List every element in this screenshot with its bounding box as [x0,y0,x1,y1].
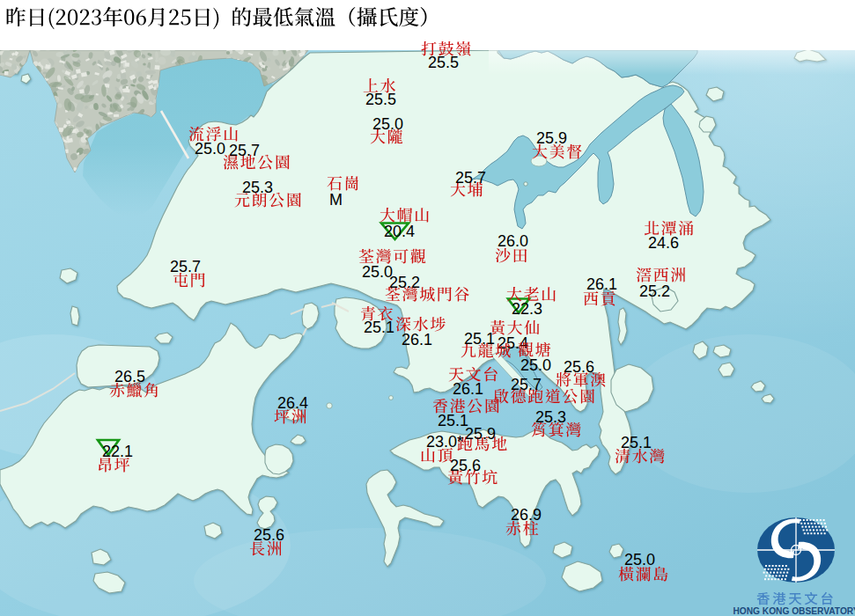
svg-text:26.1: 26.1 [453,380,483,398]
svg-text:25.7: 25.7 [170,258,201,275]
svg-text:26.1: 26.1 [402,331,432,348]
svg-text:25.5: 25.5 [365,91,396,108]
svg-text:25.6: 25.6 [254,526,284,544]
svg-text:25.7: 25.7 [511,376,542,393]
svg-text:25.1: 25.1 [464,330,495,348]
svg-text:25.7: 25.7 [455,169,486,187]
svg-text:HONG KONG OBSERVATORY: HONG KONG OBSERVATORY [733,606,855,616]
svg-text:25.6: 25.6 [450,457,481,474]
svg-text:25.9: 25.9 [465,425,496,443]
svg-text:25.2: 25.2 [639,282,670,300]
svg-text:25.1: 25.1 [364,319,394,336]
svg-text:25.2: 25.2 [389,274,420,291]
svg-text:25.5: 25.5 [428,54,459,71]
svg-text:25.0: 25.0 [624,551,655,568]
svg-text:23.0*: 23.0* [426,433,463,451]
svg-text:26.1: 26.1 [586,275,617,293]
svg-text:25.0: 25.0 [195,140,225,158]
svg-text:20.4: 20.4 [384,223,415,240]
svg-text:25.3: 25.3 [535,408,566,426]
svg-text:26.0: 26.0 [498,232,528,250]
svg-text:M: M [329,191,343,209]
svg-text:24.6: 24.6 [648,234,679,252]
svg-text:25.0: 25.0 [372,115,403,133]
svg-text:25.9: 25.9 [536,129,567,147]
svg-text:26.4: 26.4 [277,394,308,412]
svg-text:25.6: 25.6 [564,358,594,376]
svg-text:26.9: 26.9 [511,506,542,524]
svg-text:22.1: 22.1 [102,443,133,460]
svg-text:22.3: 22.3 [512,300,542,318]
svg-text:25.3: 25.3 [242,179,273,196]
svg-text:25.1: 25.1 [438,412,468,429]
svg-text:25.1: 25.1 [621,434,652,451]
svg-text:25.0: 25.0 [520,356,551,374]
svg-text:26.5: 26.5 [114,368,145,385]
svg-text:25.0: 25.0 [362,263,393,281]
svg-text:25.7: 25.7 [229,142,260,159]
